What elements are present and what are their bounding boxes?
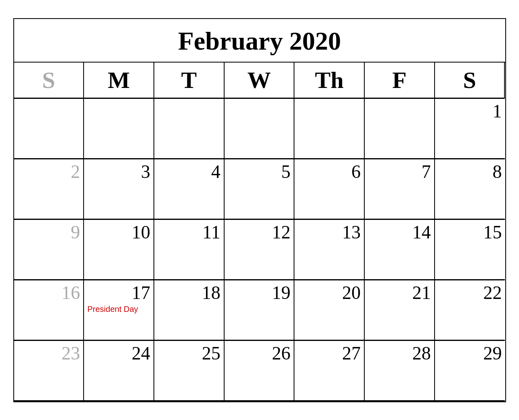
day-cell-18[interactable]: 18: [154, 280, 225, 341]
header-saturday: S: [435, 63, 505, 99]
header-monday: M: [84, 63, 154, 99]
header-wednesday: W: [225, 63, 295, 99]
day-cell-25[interactable]: 25: [154, 341, 225, 401]
day-number: 12: [228, 222, 291, 243]
day-number: 7: [368, 162, 431, 182]
header-tuesday: T: [154, 63, 225, 99]
day-number: 24: [87, 343, 150, 364]
day-cell-29[interactable]: 29: [435, 341, 505, 401]
day-cell-27[interactable]: 27: [294, 341, 365, 401]
day-cell-3[interactable]: 3: [84, 159, 154, 220]
day-cell[interactable]: [365, 99, 435, 159]
day-cell[interactable]: [14, 99, 84, 159]
day-cell-5[interactable]: 5: [225, 159, 295, 220]
day-cell-16[interactable]: 16: [14, 280, 84, 341]
day-cell[interactable]: [225, 99, 295, 159]
day-cell-7[interactable]: 7: [365, 159, 435, 220]
day-number: 20: [298, 283, 361, 303]
day-cell[interactable]: [294, 99, 365, 159]
day-cell[interactable]: [84, 99, 154, 159]
day-cell-13[interactable]: 13: [294, 220, 365, 280]
day-cell-17[interactable]: 17 President Day: [84, 280, 154, 341]
day-number: 21: [368, 283, 431, 303]
day-cell-12[interactable]: 12: [225, 220, 295, 280]
day-cell-21[interactable]: 21: [365, 280, 435, 341]
day-cell-19[interactable]: 19: [225, 280, 295, 341]
day-cell-9[interactable]: 9: [14, 220, 84, 280]
calendar: February 2020 S M T W Th F S 1 2 3 4 5 6…: [13, 18, 506, 402]
day-number: 4: [158, 162, 221, 182]
day-number: 5: [228, 162, 291, 182]
day-number: 16: [17, 283, 80, 303]
day-cell-2[interactable]: 2: [14, 159, 84, 220]
header-friday: F: [365, 63, 435, 99]
day-number: 26: [228, 343, 291, 364]
day-number: 28: [368, 343, 431, 364]
day-number: 6: [298, 162, 361, 182]
day-cell-14[interactable]: 14: [365, 220, 435, 280]
header-thursday: Th: [294, 63, 365, 99]
day-number: 18: [158, 283, 221, 303]
day-cell-11[interactable]: 11: [154, 220, 225, 280]
day-cell-10[interactable]: 10: [84, 220, 154, 280]
day-cell-15[interactable]: 15: [435, 220, 505, 280]
day-number: 29: [438, 343, 502, 364]
day-number: 25: [158, 343, 221, 364]
day-number: 3: [87, 162, 150, 182]
day-cell-28[interactable]: 28: [365, 341, 435, 401]
day-cell-24[interactable]: 24: [84, 341, 154, 401]
day-number: 2: [17, 162, 80, 182]
day-number: 13: [298, 222, 361, 243]
day-number: 8: [438, 162, 502, 182]
day-number: 10: [87, 222, 150, 243]
header-sunday: S: [14, 63, 84, 99]
day-cell-20[interactable]: 20: [294, 280, 365, 341]
day-cell-22[interactable]: 22: [435, 280, 505, 341]
day-cell-1[interactable]: 1: [435, 99, 505, 159]
calendar-grid: S M T W Th F S 1 2 3 4 5 6 7 8 9 10 11 1…: [14, 63, 505, 401]
day-cell-26[interactable]: 26: [225, 341, 295, 401]
day-number: 11: [158, 222, 221, 243]
day-number: 14: [368, 222, 431, 243]
day-cell-8[interactable]: 8: [435, 159, 505, 220]
calendar-title: February 2020: [14, 19, 505, 63]
president-day-event: President Day: [87, 305, 150, 314]
day-number: 15: [438, 222, 502, 243]
day-cell-4[interactable]: 4: [154, 159, 225, 220]
day-number: 23: [17, 343, 80, 364]
day-cell-6[interactable]: 6: [294, 159, 365, 220]
day-cell[interactable]: [154, 99, 225, 159]
day-number: 19: [228, 283, 291, 303]
day-cell-23[interactable]: 23: [14, 341, 84, 401]
day-number: 1: [438, 101, 502, 122]
day-number: 22: [438, 283, 502, 303]
day-number: 17: [87, 283, 150, 303]
day-number: 27: [298, 343, 361, 364]
day-number: 9: [17, 222, 80, 243]
